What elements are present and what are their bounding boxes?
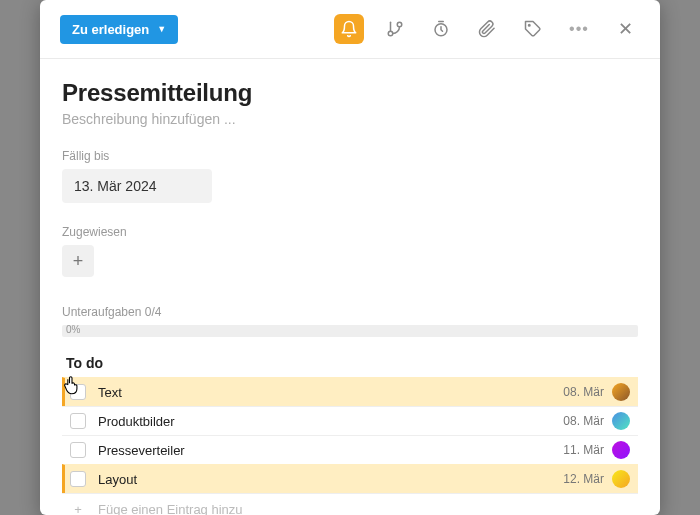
add-subtask-placeholder: Füge einen Eintrag hinzu [98, 502, 243, 515]
status-label: Zu erledigen [72, 22, 149, 37]
subtask-date: 12. Mär [563, 472, 604, 486]
description-input[interactable]: Beschreibung hinzufügen ... [62, 111, 638, 127]
subtasks-counter: Unteraufgaben 0/4 [62, 305, 638, 319]
subtasks-progress: 0% [62, 325, 638, 337]
subtask-checkbox[interactable] [70, 413, 86, 429]
plus-icon: + [70, 502, 86, 515]
subtask-row[interactable]: Layout 12. Mär [62, 464, 638, 493]
avatar[interactable] [612, 383, 630, 401]
status-button[interactable]: Zu erledigen ▼ [60, 15, 178, 44]
task-modal: Zu erledigen ▼ ••• ✕ Pressemitteilun [40, 0, 660, 515]
bell-icon[interactable] [334, 14, 364, 44]
due-date-label: Fällig bis [62, 149, 638, 163]
subtask-checkbox[interactable] [70, 384, 86, 400]
modal-header: Zu erledigen ▼ ••• ✕ [40, 0, 660, 59]
subtask-row[interactable]: Produktbilder 08. Mär [62, 406, 638, 435]
timer-icon[interactable] [426, 14, 456, 44]
subtask-title: Text [98, 385, 563, 400]
subtask-title: Presseverteiler [98, 443, 563, 458]
subtask-row[interactable]: Text 08. Mär [62, 377, 638, 406]
progress-percent: 0% [66, 324, 80, 335]
subtask-date: 08. Mär [563, 414, 604, 428]
progress-bar: 0% [62, 325, 638, 337]
avatar[interactable] [612, 441, 630, 459]
subtask-row[interactable]: Presseverteiler 11. Mär [62, 435, 638, 464]
subtask-checkbox[interactable] [70, 442, 86, 458]
close-icon[interactable]: ✕ [610, 14, 640, 44]
subtask-checkbox[interactable] [70, 471, 86, 487]
modal-body: Pressemitteilung Beschreibung hinzufügen… [40, 59, 660, 515]
subtask-title: Produktbilder [98, 414, 563, 429]
subtasks-list: To do Text 08. Mär Produktbilder 08. Mär… [62, 349, 638, 515]
subtask-title: Layout [98, 472, 563, 487]
caret-down-icon: ▼ [157, 24, 166, 34]
avatar[interactable] [612, 470, 630, 488]
header-actions: ••• ✕ [334, 14, 640, 44]
more-icon[interactable]: ••• [564, 14, 594, 44]
add-subtask-row[interactable]: + Füge einen Eintrag hinzu [62, 493, 638, 515]
attachment-icon[interactable] [472, 14, 502, 44]
svg-point-3 [529, 25, 531, 27]
task-title[interactable]: Pressemitteilung [62, 79, 638, 107]
due-date-chip[interactable]: 13. Mär 2024 [62, 169, 212, 203]
tag-icon[interactable] [518, 14, 548, 44]
subtask-date: 11. Mär [563, 443, 604, 457]
subtasks-section-title: To do [62, 349, 638, 377]
relations-icon[interactable] [380, 14, 410, 44]
add-assignee-button[interactable]: + [62, 245, 94, 277]
avatar[interactable] [612, 412, 630, 430]
subtask-date: 08. Mär [563, 385, 604, 399]
assigned-label: Zugewiesen [62, 225, 638, 239]
